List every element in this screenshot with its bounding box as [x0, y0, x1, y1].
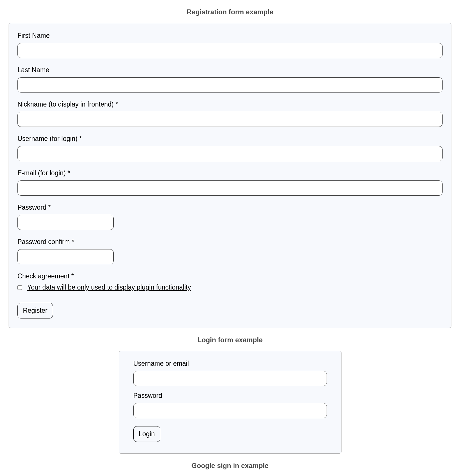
first-name-row: First Name	[17, 32, 443, 58]
agreement-label: Check agreement *	[17, 272, 443, 280]
email-input[interactable]	[17, 180, 443, 196]
agreement-row: Check agreement * Your data will be only…	[17, 272, 443, 291]
register-button[interactable]: Register	[17, 303, 53, 318]
google-heading: Google sign in example	[9, 462, 451, 470]
agreement-checkbox[interactable]	[17, 285, 22, 290]
registration-form-panel: First Name Last Name Nickname (to displa…	[9, 23, 451, 328]
login-button[interactable]: Login	[133, 426, 160, 442]
username-label: Username (for login) *	[17, 135, 443, 143]
password-label: Password *	[17, 204, 443, 211]
agreement-link[interactable]: Your data will be only used to display p…	[27, 284, 191, 291]
login-username-label: Username or email	[133, 360, 327, 367]
registration-heading: Registration form example	[9, 8, 451, 16]
username-input[interactable]	[17, 146, 443, 161]
email-label: E-mail (for login) *	[17, 169, 443, 177]
login-username-input[interactable]	[133, 371, 327, 386]
password-confirm-row: Password confirm *	[17, 238, 443, 264]
last-name-row: Last Name	[17, 66, 443, 93]
login-username-row: Username or email	[133, 360, 327, 386]
email-row: E-mail (for login) *	[17, 169, 443, 196]
first-name-label: First Name	[17, 32, 443, 40]
username-row: Username (for login) *	[17, 135, 443, 161]
password-input[interactable]	[17, 215, 114, 230]
password-confirm-input[interactable]	[17, 249, 114, 264]
first-name-input[interactable]	[17, 43, 443, 58]
login-password-row: Password	[133, 392, 327, 418]
nickname-row: Nickname (to display in frontend) *	[17, 101, 443, 127]
nickname-input[interactable]	[17, 112, 443, 127]
last-name-label: Last Name	[17, 66, 443, 74]
last-name-input[interactable]	[17, 77, 443, 93]
login-password-input[interactable]	[133, 403, 327, 418]
password-row: Password *	[17, 204, 443, 230]
login-form-panel: Username or email Password Login	[119, 351, 341, 454]
password-confirm-label: Password confirm *	[17, 238, 443, 246]
login-heading: Login form example	[9, 336, 451, 344]
nickname-label: Nickname (to display in frontend) *	[17, 101, 443, 108]
login-password-label: Password	[133, 392, 327, 400]
